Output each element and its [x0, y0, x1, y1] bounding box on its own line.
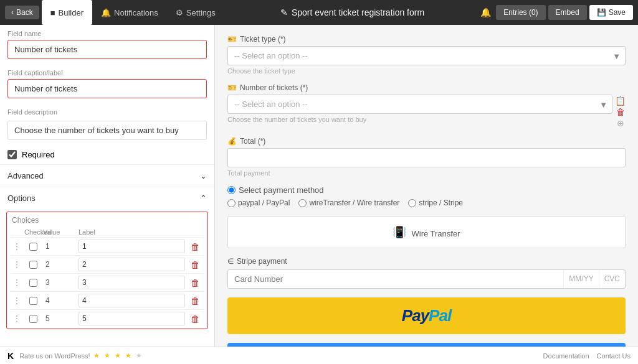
- choices-header: Checked Value Label: [11, 227, 204, 237]
- choice-label-input-2[interactable]: [79, 258, 185, 271]
- field-description-section: Field description: [0, 103, 214, 145]
- choice-row-3: ⋮ 3 🗑: [11, 273, 204, 291]
- save-button[interactable]: 💾 Save: [589, 5, 633, 20]
- notification-bell-icon[interactable]: 🔔: [480, 7, 491, 17]
- star-4: ★: [125, 352, 133, 360]
- mmyy-label: MM/YY: [563, 270, 598, 288]
- options-section-header[interactable]: Options ⌃: [0, 187, 214, 209]
- label-col-header: Label: [79, 228, 185, 236]
- wire-radio[interactable]: [298, 199, 307, 207]
- main-content: Field name Field caption/label Field des…: [0, 25, 638, 347]
- options-label: Options: [7, 194, 36, 203]
- settings-tab[interactable]: ⚙ Settings: [167, 0, 224, 25]
- cvc-label: CVC: [599, 270, 625, 288]
- paypal-option[interactable]: paypal / PayPal: [227, 198, 290, 207]
- embed-button[interactable]: Embed: [548, 5, 587, 20]
- total-hint: Total payment: [227, 169, 626, 177]
- advanced-section-header[interactable]: Advanced ⌄: [0, 164, 214, 187]
- choice-delete-5[interactable]: 🗑: [186, 314, 204, 324]
- save-icon: 💾: [597, 8, 606, 17]
- drag-handle-1[interactable]: ⋮: [11, 241, 23, 251]
- advanced-label: Advanced: [7, 171, 44, 180]
- choice-checkbox-3[interactable]: [29, 279, 37, 287]
- payment-radio[interactable]: [227, 186, 236, 194]
- choice-row-4: ⋮ 4 🗑: [11, 291, 204, 309]
- ticket-type-label: 🎫 Ticket type (*): [227, 35, 626, 44]
- settings-label: Settings: [186, 8, 216, 17]
- choice-value-5: 5: [43, 314, 77, 323]
- back-button[interactable]: ‹ Back: [5, 6, 39, 19]
- choice-checkbox-1[interactable]: [29, 243, 37, 251]
- contact-link[interactable]: Contact Us: [597, 352, 631, 360]
- wire-icon: 📳: [393, 225, 406, 239]
- delete-field-button[interactable]: 🗑: [615, 107, 626, 117]
- top-nav: ‹ Back ■ Builder 🔔 Notifications ⚙ Setti…: [0, 0, 638, 25]
- card-number-input[interactable]: [228, 270, 563, 288]
- documentation-link[interactable]: Documentation: [543, 352, 589, 360]
- add-field-button[interactable]: ⊕: [615, 118, 626, 128]
- checked-col-header: Checked: [24, 228, 42, 236]
- choice-checkbox-2[interactable]: [29, 261, 37, 269]
- paypal-button[interactable]: PayPal: [227, 297, 626, 334]
- entries-button[interactable]: Entries (0): [496, 5, 545, 20]
- total-label: 💰 Total (*): [227, 137, 626, 146]
- num-tickets-select[interactable]: -- Select an option --: [227, 95, 612, 114]
- wire-label: Wire Transfer: [411, 229, 460, 238]
- choice-label-input-4[interactable]: [79, 294, 185, 307]
- stripe-option[interactable]: stripe / Stripe: [408, 198, 463, 207]
- stripe-icon: ∈: [227, 257, 234, 266]
- back-label: Back: [16, 8, 33, 17]
- edit-icon: ✎: [280, 7, 288, 17]
- ticket-type-select-wrapper: -- Select an option -- ▼: [227, 46, 626, 65]
- field-caption-input[interactable]: [7, 79, 207, 98]
- required-checkbox[interactable]: [7, 150, 17, 159]
- paypal-radio[interactable]: [227, 199, 236, 207]
- choice-delete-4[interactable]: 🗑: [186, 296, 204, 306]
- drag-handle-5[interactable]: ⋮: [11, 314, 23, 324]
- choice-delete-3[interactable]: 🗑: [186, 278, 204, 288]
- drag-handle-2[interactable]: ⋮: [11, 259, 23, 269]
- notifications-tab[interactable]: 🔔 Notifications: [92, 0, 167, 25]
- nav-right-buttons: 🔔 Entries (0) Embed 💾 Save: [480, 5, 633, 20]
- field-caption-section: Field caption/label: [0, 64, 214, 103]
- get-tickets-button[interactable]: Get your tickets!: [227, 343, 626, 347]
- choices-title: Choices: [11, 216, 204, 225]
- num-tickets-select-wrapper: -- Select an option -- ▼: [227, 95, 612, 114]
- choice-delete-1[interactable]: 🗑: [186, 241, 204, 252]
- field-name-input[interactable]: [7, 40, 207, 59]
- num-tickets-side-icons: 📋 🗑 ⊕: [615, 83, 626, 128]
- builder-tab[interactable]: ■ Builder: [42, 0, 92, 25]
- choice-label-input-1[interactable]: [79, 240, 185, 253]
- field-description-label: Field description: [7, 108, 207, 116]
- choice-checkbox-5[interactable]: [29, 315, 37, 323]
- drag-handle-3[interactable]: ⋮: [11, 278, 23, 287]
- num-tickets-hint: Choose the number of tickets you want to…: [227, 116, 612, 123]
- field-description-input[interactable]: [7, 121, 207, 140]
- choice-value-3: 3: [43, 278, 77, 287]
- stripe-radio[interactable]: [408, 199, 416, 207]
- wire-option[interactable]: wireTransfer / Wire transfer: [298, 198, 399, 207]
- choice-value-4: 4: [43, 296, 77, 305]
- star-3: ★: [115, 352, 122, 360]
- stripe-card-row: MM/YY CVC: [227, 269, 626, 289]
- choice-label-input-3[interactable]: [79, 276, 185, 289]
- ticket-type-hint: Choose the ticket type: [227, 67, 626, 75]
- stripe-label: ∈ Stripe payment: [227, 257, 626, 266]
- footer-right: Documentation Contact Us: [543, 352, 631, 360]
- choice-row-2: ⋮ 2 🗑: [11, 255, 204, 273]
- drag-handle-4[interactable]: ⋮: [11, 296, 23, 306]
- star-1: ★: [93, 352, 101, 360]
- star-5: ★: [136, 352, 142, 360]
- ticket-type-group: 🎫 Ticket type (*) -- Select an option --…: [227, 35, 626, 75]
- num-tickets-label: 🎫 Number of tickets (*): [227, 83, 612, 92]
- choice-checkbox-4[interactable]: [29, 297, 37, 305]
- choice-label-input-5[interactable]: [79, 312, 185, 325]
- copy-field-button[interactable]: 📋: [615, 96, 626, 106]
- total-input[interactable]: [227, 148, 626, 167]
- field-caption-label: Field caption/label: [7, 69, 207, 77]
- builder-icon: ■: [50, 8, 55, 17]
- choices-section: Choices Checked Value Label ⋮ 1 🗑 ⋮ 2: [6, 212, 208, 329]
- ticket-type-select[interactable]: -- Select an option --: [227, 46, 626, 65]
- star-2: ★: [104, 352, 112, 360]
- choice-delete-2[interactable]: 🗑: [186, 259, 204, 270]
